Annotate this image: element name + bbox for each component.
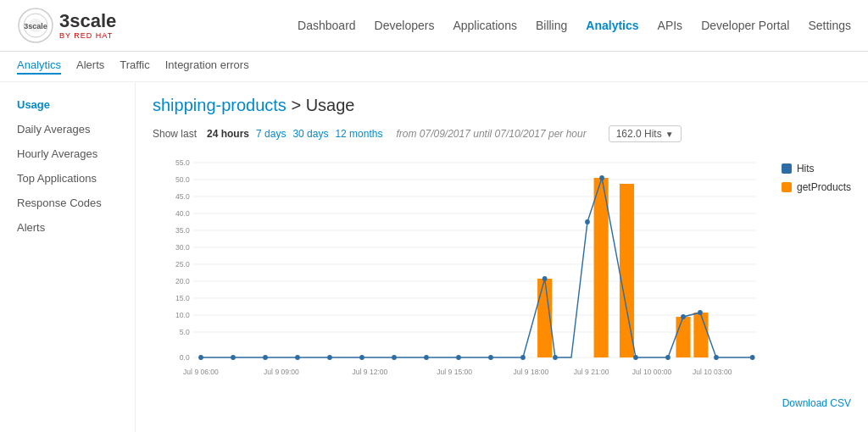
top-bar: 3scale 3scale BY RED HAT Dashboard Devel… [0, 0, 868, 52]
svg-text:Jul 9 21:00: Jul 9 21:00 [574, 368, 609, 376]
service-link[interactable]: shipping-products [153, 96, 287, 114]
svg-text:Jul 9 12:00: Jul 9 12:00 [353, 368, 388, 376]
svg-text:55.0: 55.0 [175, 158, 190, 167]
main-nav: Dashboard Developers Applications Billin… [298, 19, 851, 32]
logo-icon: 3scale [17, 7, 54, 44]
period-7d[interactable]: 7 days [256, 128, 286, 140]
svg-point-33 [198, 355, 203, 360]
sidebar-item-hourly-averages[interactable]: Hourly Averages [0, 141, 135, 166]
svg-text:3scale: 3scale [24, 22, 47, 30]
nav-apis[interactable]: APIs [658, 19, 683, 32]
chart-svg: .y-label { font-size: 9px; fill: #888; t… [153, 154, 765, 391]
svg-text:Jul 10 00:00: Jul 10 00:00 [632, 368, 672, 376]
main-content: shipping-products > Usage Show last 24 h… [136, 82, 868, 432]
period-24h[interactable]: 24 hours [207, 128, 249, 140]
chart-container: .y-label { font-size: 9px; fill: #888; t… [153, 154, 765, 391]
svg-point-46 [585, 219, 590, 224]
sidebar-item-daily-averages[interactable]: Daily Averages [0, 117, 135, 141]
chart-wrapper: .y-label { font-size: 9px; fill: #888; t… [153, 154, 851, 391]
date-range: from 07/09/2017 until 07/10/2017 per hou… [396, 128, 586, 140]
nav-billing[interactable]: Billing [536, 19, 567, 32]
subnav-alerts[interactable]: Alerts [76, 58, 104, 75]
nav-developers[interactable]: Developers [375, 19, 435, 32]
svg-text:20.0: 20.0 [175, 277, 190, 285]
svg-point-38 [359, 355, 364, 360]
svg-text:45.0: 45.0 [175, 192, 190, 201]
svg-point-41 [456, 355, 461, 360]
controls-bar: Show last 24 hours 7 days 30 days 12 mon… [153, 125, 851, 142]
legend-item-hits: Hits [782, 163, 851, 174]
show-last-label: Show last [153, 128, 197, 140]
metric-value: 162.0 Hits [616, 128, 662, 140]
svg-point-37 [327, 355, 332, 360]
svg-text:0.0: 0.0 [180, 353, 190, 362]
svg-point-40 [424, 355, 429, 360]
svg-text:5.0: 5.0 [180, 328, 190, 336]
subnav-integration-errors[interactable]: Integration errors [165, 58, 249, 75]
period-30d[interactable]: 30 days [292, 128, 328, 140]
svg-point-43 [520, 355, 526, 360]
svg-rect-31 [676, 317, 690, 357]
svg-rect-30 [620, 184, 634, 357]
legend-color-hits [782, 163, 792, 174]
sub-nav: Analytics Alerts Traffic Integration err… [0, 52, 868, 82]
svg-point-39 [392, 355, 397, 360]
legend-color-getproducts [782, 182, 792, 192]
metric-arrow: ▼ [665, 130, 674, 139]
svg-text:Jul 9 18:00: Jul 9 18:00 [514, 368, 549, 376]
sidebar-item-response-codes[interactable]: Response Codes [0, 191, 135, 215]
brand-name: 3scale [59, 10, 116, 31]
svg-text:50.0: 50.0 [175, 175, 190, 184]
page-body: Usage Daily Averages Hourly Averages Top… [0, 82, 868, 432]
nav-settings[interactable]: Settings [808, 19, 851, 32]
legend-label-hits: Hits [797, 163, 815, 174]
logo-area: 3scale 3scale BY RED HAT [17, 7, 116, 44]
download-row: Download CSV [153, 396, 851, 409]
svg-text:Jul 9 06:00: Jul 9 06:00 [183, 368, 219, 376]
svg-text:Jul 9 09:00: Jul 9 09:00 [264, 368, 299, 376]
sidebar-item-top-applications[interactable]: Top Applications [0, 166, 135, 191]
legend-label-getproducts: getProducts [797, 181, 851, 193]
sidebar: Usage Daily Averages Hourly Averages Top… [0, 82, 136, 432]
svg-point-49 [665, 355, 670, 360]
title-suffix: > Usage [287, 96, 355, 114]
subnav-traffic[interactable]: Traffic [120, 58, 149, 75]
svg-text:10.0: 10.0 [175, 311, 190, 319]
sidebar-item-usage[interactable]: Usage [0, 92, 135, 117]
svg-text:15.0: 15.0 [175, 294, 190, 302]
svg-point-50 [681, 314, 686, 319]
nav-analytics[interactable]: Analytics [586, 19, 638, 32]
svg-point-42 [488, 355, 493, 360]
svg-text:30.0: 30.0 [175, 243, 190, 252]
nav-developer-portal[interactable]: Developer Portal [701, 19, 789, 32]
svg-rect-29 [594, 178, 609, 357]
legend-item-getproducts: getProducts [782, 181, 851, 193]
svg-text:25.0: 25.0 [175, 260, 190, 269]
svg-point-36 [295, 355, 300, 360]
sidebar-item-alerts[interactable]: Alerts [0, 215, 135, 240]
svg-text:40.0: 40.0 [175, 209, 190, 218]
period-12m[interactable]: 12 months [335, 128, 382, 140]
svg-point-35 [263, 355, 268, 360]
svg-text:Jul 10 03:00: Jul 10 03:00 [693, 368, 732, 376]
svg-point-34 [231, 355, 236, 360]
svg-point-48 [633, 355, 638, 360]
metric-selector[interactable]: 162.0 Hits ▼ [609, 125, 682, 142]
nav-dashboard[interactable]: Dashboard [298, 19, 356, 32]
svg-text:Jul 9 15:00: Jul 9 15:00 [437, 368, 472, 376]
chart-legend: Hits getProducts [773, 154, 851, 193]
svg-text:35.0: 35.0 [175, 226, 190, 235]
nav-applications[interactable]: Applications [453, 19, 517, 32]
svg-point-51 [698, 310, 703, 315]
svg-point-44 [542, 276, 548, 281]
svg-point-53 [750, 355, 755, 360]
brand-sub: BY RED HAT [59, 31, 116, 40]
svg-point-45 [553, 355, 558, 360]
svg-rect-32 [693, 313, 708, 357]
subnav-analytics[interactable]: Analytics [17, 58, 61, 75]
download-csv-link[interactable]: Download CSV [782, 397, 851, 409]
svg-point-52 [714, 355, 719, 360]
page-title: shipping-products > Usage [153, 96, 851, 115]
svg-point-47 [599, 175, 604, 180]
